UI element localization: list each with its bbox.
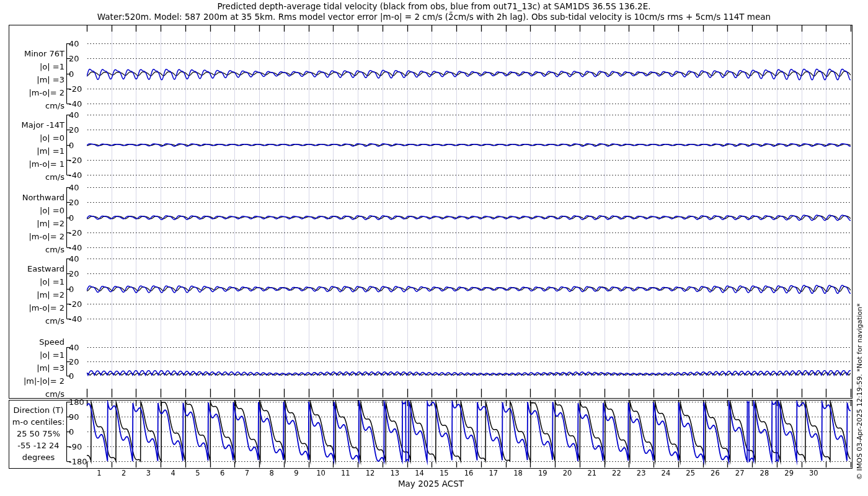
panel-speed-error-rms: |m|-|o|= 2: [9, 374, 64, 388]
y-tick-label: -40: [69, 314, 82, 324]
panel-major-units: cm/s: [9, 170, 64, 184]
x-tick-day-label: 2: [113, 469, 135, 477]
panel-speed-model-rms: |m| =3: [9, 361, 64, 374]
x-tick-day-label: 12: [360, 469, 381, 477]
y-tick-label: 40: [69, 343, 79, 352]
x-tick-day-label: 27: [729, 469, 750, 477]
x-tick-day-label: 13: [384, 469, 405, 477]
y-tick-label: 40: [69, 183, 79, 192]
panel-eastward-title: Eastward: [9, 262, 64, 275]
x-tick-day-label: 29: [779, 469, 800, 477]
figure-title: Predicted depth-average tidal velocity (…: [0, 1, 868, 12]
panel-speed-units: cm/s: [9, 388, 64, 401]
x-tick-day-label: 28: [754, 469, 775, 477]
y-tick-label: -40: [69, 170, 82, 180]
x-tick-day-label: 3: [138, 469, 159, 477]
y-tick-label: 180: [69, 397, 84, 407]
x-axis-label: May 2025 ACST: [0, 479, 862, 489]
watermark: © IMOS 03-Apr-2025 12:19:59. *Not for na…: [856, 303, 864, 480]
y-tick-label: -90: [69, 442, 82, 451]
x-tick-day-label: 17: [483, 469, 504, 477]
x-tick-day-label: 8: [261, 469, 282, 477]
x-tick-day-label: 16: [458, 469, 479, 477]
panel-eastward-model-rms: |m| =2: [9, 288, 64, 301]
x-tick-day-label: 24: [655, 469, 676, 477]
tidal-prediction-figure: Predicted depth-average tidal velocity (…: [0, 0, 868, 496]
panel-direction-title: Direction (T): [9, 404, 68, 416]
x-tick-day-label: 25: [680, 469, 701, 477]
x-tick-day-label: 22: [606, 469, 627, 477]
y-tick-label: -40: [69, 99, 82, 108]
panel-eastward-obs-rms: |o| =1: [9, 275, 64, 288]
x-tick-day-label: 20: [557, 469, 578, 477]
y-tick-label: -20: [69, 84, 82, 93]
x-tick-day-label: 6: [212, 469, 233, 477]
panel-direction-centile-values: -55 -12 24: [9, 440, 68, 451]
x-tick-day-label: 18: [507, 469, 528, 477]
panel-direction-centiles-caption: m-o centiles:: [9, 416, 68, 428]
panel-major-title: Major -14T: [9, 118, 64, 131]
x-tick-day-label: 9: [286, 469, 307, 477]
x-tick-day-label: 4: [162, 469, 184, 477]
x-tick-day-label: 7: [236, 469, 257, 477]
x-tick-day-label: 14: [409, 469, 430, 477]
y-tick-label: -40: [69, 243, 82, 252]
y-tick-label: 0: [69, 371, 74, 381]
panel-major-model-rms: |m| =1: [9, 144, 64, 157]
panel-minor-units: cm/s: [9, 99, 64, 112]
y-tick-label: -20: [69, 155, 82, 164]
panel-northward-obs-rms: |o| =0: [9, 204, 64, 217]
y-tick-label: 40: [69, 39, 79, 48]
panel-minor-obs-rms: |o| =1: [9, 60, 64, 73]
panel-direction-units: degrees: [9, 451, 68, 463]
panel-northward-model-rms: |m| =2: [9, 217, 64, 230]
panel-direction-centile-levels: 25 50 75%: [9, 428, 68, 440]
panel-minor-model-rms: |m| =3: [9, 73, 64, 86]
panel-northward-error-rms: |m-o|= 2: [9, 230, 64, 243]
x-tick-day-label: 30: [803, 469, 824, 477]
y-tick-label: 40: [69, 254, 79, 264]
y-tick-label: 0: [69, 427, 74, 436]
x-tick-day-label: 26: [704, 469, 725, 477]
x-tick-day-label: 11: [335, 469, 356, 477]
panel-eastward-error-rms: |m-o|= 2: [9, 301, 64, 314]
panel-speed-obs-rms: |o| =1: [9, 348, 64, 361]
panel-minor-label: Minor 76T |o| =1 |m| =3 |m-o|= 2 cm/s: [9, 47, 64, 112]
x-tick-day-label: 10: [311, 469, 332, 477]
y-tick-label: -20: [69, 299, 82, 308]
y-tick-label: 40: [69, 110, 79, 120]
panel-northward-label: Northward |o| =0 |m| =2 |m-o|= 2 cm/s: [9, 191, 64, 256]
panel-major-obs-rms: |o| =0: [9, 131, 64, 144]
x-tick-day-label: 23: [631, 469, 652, 477]
y-tick-label: 20: [69, 357, 79, 366]
y-tick-label: 20: [69, 125, 79, 135]
panel-northward-units: cm/s: [9, 243, 64, 256]
y-tick-label: 0: [69, 284, 74, 293]
plot-canvas: [0, 0, 868, 496]
y-tick-label: 20: [69, 198, 79, 207]
panel-minor-title: Minor 76T: [9, 47, 64, 60]
panel-speed-label: Speed |o| =1 |m| =3 |m|-|o|= 2 cm/s: [9, 335, 64, 401]
panel-minor-error-rms: |m-o|= 2: [9, 86, 64, 99]
y-tick-label: 20: [69, 269, 79, 278]
figure-subtitle: Water:520m. Model: 587 200m at 35 5km. R…: [0, 12, 868, 22]
x-tick-day-label: 19: [532, 469, 553, 477]
panel-speed-title: Speed: [9, 335, 64, 348]
y-tick-label: 20: [69, 54, 79, 63]
y-tick-label: 90: [69, 412, 79, 422]
panel-major-error-rms: |m-o|= 1: [9, 157, 64, 170]
panel-eastward-units: cm/s: [9, 314, 64, 327]
panel-northward-title: Northward: [9, 191, 64, 204]
panel-direction-label: Direction (T) m-o centiles: 25 50 75% -5…: [9, 404, 68, 463]
y-tick-label: -20: [69, 228, 82, 237]
panel-major-label: Major -14T |o| =0 |m| =1 |m-o|= 1 cm/s: [9, 118, 64, 184]
y-tick-label: -180: [69, 457, 87, 466]
y-tick-label: 0: [69, 140, 74, 149]
panel-eastward-label: Eastward |o| =1 |m| =2 |m-o|= 2 cm/s: [9, 262, 64, 327]
y-tick-label: 0: [69, 69, 74, 78]
x-tick-day-label: 1: [89, 469, 110, 477]
x-tick-day-label: 5: [187, 469, 208, 477]
x-tick-day-label: 15: [433, 469, 454, 477]
x-tick-day-label: 21: [582, 469, 603, 477]
y-tick-label: 0: [69, 213, 74, 222]
